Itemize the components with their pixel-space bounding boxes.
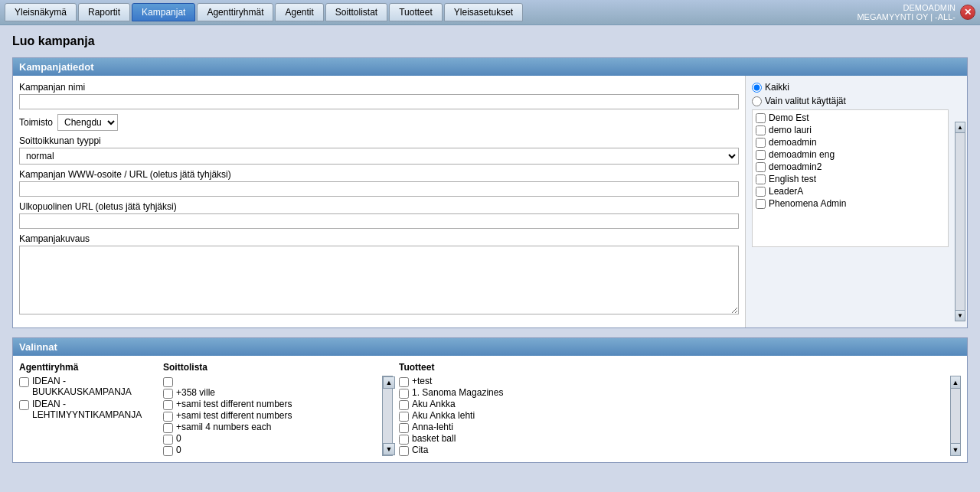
tuotteet-scroll-track [951, 389, 960, 443]
checkbox-soitto-4[interactable] [163, 423, 173, 433]
checkbox-agent-1[interactable] [19, 400, 29, 410]
toimisto-select[interactable]: Chengdu [57, 114, 118, 131]
checkbox-phenomena-admin[interactable] [756, 199, 766, 209]
tuotteet-scroll-down[interactable]: ▼ [951, 443, 960, 455]
soitto-scroll-track [383, 390, 392, 441]
tyyppi-row: Soittoikkunan tyyppi normal [19, 135, 739, 165]
agenttiryhmä-header: Agenttiryhmä [19, 362, 157, 373]
tuotteet-wrapper: +test 1. Sanoma Magazines Aku Ankka [399, 376, 961, 456]
tab-agenttiryhmät[interactable]: Agenttiryhmät [197, 3, 273, 21]
soitto-row-5: 0 [163, 433, 379, 445]
soittolista-header: Soittolista [163, 362, 393, 373]
checkbox-tuote-3[interactable] [399, 412, 409, 422]
checkbox-tuote-2[interactable] [399, 400, 409, 410]
valinnat-panel: Valinnat Agenttiryhmä IDEAN - BUUKKAUSKA… [12, 337, 968, 463]
checkbox-demo-lauri[interactable] [756, 125, 766, 135]
tab-agentit[interactable]: Agentit [275, 3, 323, 21]
nimi-label: Kampanjan nimi [19, 82, 739, 93]
user-label-demoadmin2: demoadmin2 [769, 161, 822, 172]
checkbox-english-test[interactable] [756, 174, 766, 184]
users-scroll-list[interactable]: Demo Est demo lauri demoadmin [752, 109, 949, 247]
tab-yleisasetukset[interactable]: Yleisasetukset [444, 3, 523, 21]
kuvaus-label: Kampanjakuvaus [19, 233, 739, 244]
tuotteet-scroll-up[interactable]: ▲ [951, 376, 960, 389]
soitto-label-4: +samil 4 numbers each [176, 422, 271, 432]
tab-raportit[interactable]: Raportit [78, 3, 130, 21]
tuotteet-scrollbar[interactable]: ▲ ▼ [950, 376, 961, 456]
soitto-scroll-up[interactable]: ▲ [383, 376, 395, 389]
soitto-label-5: 0 [176, 433, 181, 444]
tuote-label-5: basket ball [412, 433, 456, 444]
soitto-scroll-down[interactable]: ▼ [383, 443, 395, 455]
checkbox-tuote-1[interactable] [399, 389, 409, 399]
users-scroll-inner: Demo Est demo lauri demoadmin [753, 110, 948, 211]
checkbox-demoadmin-eng[interactable] [756, 150, 766, 160]
checkbox-tuote-0[interactable] [399, 377, 409, 387]
checkbox-demoadmin[interactable] [756, 138, 766, 148]
kampanjatiedot-panel: Kampanjatiedot Kampanjan nimi Toimisto C… [12, 57, 968, 328]
user-check-demo-est: Demo Est [756, 112, 945, 124]
soitto-label-2: +sami test different numbers [176, 399, 292, 409]
tuote-row-6: Cita [399, 445, 947, 456]
user-label-demo-est: Demo Est [769, 112, 809, 123]
user-label-demoadmin: demoadmin [769, 137, 817, 148]
scroll-track [956, 133, 965, 310]
top-navigation: Yleisnäkymä Raportit Kampanjat Agenttiry… [0, 0, 980, 25]
checkbox-soitto-3[interactable] [163, 412, 173, 422]
radio-kaikki-row: Kaikki [752, 82, 949, 93]
kuvaus-row: Kampanjakuvaus [19, 233, 739, 317]
checkbox-demoadmin2[interactable] [756, 162, 766, 172]
user-check-english-test: English test [756, 173, 945, 185]
checkbox-agent-0[interactable] [19, 377, 29, 387]
user-check-phenomena-admin: Phenomena Admin [756, 197, 945, 210]
soitto-wrapper: +358 ville +sami test different numbers … [163, 376, 393, 456]
tab-yleisnäkymä[interactable]: Yleisnäkymä [5, 3, 77, 21]
ulko-input[interactable] [19, 213, 739, 229]
ulko-label: Ulkopuolinen URL (oletus jätä tyhjäksi) [19, 201, 739, 212]
right-panel-scrollbar[interactable]: ▲ ▼ [955, 122, 965, 321]
checkbox-soitto-2[interactable] [163, 400, 173, 410]
checkbox-tuote-6[interactable] [399, 446, 409, 456]
checkbox-tuote-5[interactable] [399, 435, 409, 445]
user-check-demo-lauri: demo lauri [756, 124, 945, 136]
checkbox-tuote-4[interactable] [399, 423, 409, 433]
tuote-label-1: 1. Sanoma Magazines [412, 387, 503, 398]
soitto-row-2: +sami test different numbers [163, 399, 379, 410]
nimi-input[interactable] [19, 94, 739, 109]
tyyppi-select[interactable]: normal [19, 148, 739, 165]
checkbox-soitto-5[interactable] [163, 435, 173, 445]
radio-kaikki-label: Kaikki [765, 82, 789, 93]
agent-list: IDEAN - BUUKKAUSKAMPANJA IDEAN - LEHTIMY… [19, 376, 157, 420]
tuotteet-list: +test 1. Sanoma Magazines Aku Ankka [399, 376, 947, 456]
user-check-leadera: LeaderA [756, 185, 945, 197]
radio-vain-row: Vain valitut käyttäjät [752, 96, 949, 106]
soitto-row-1: +358 ville [163, 387, 379, 399]
radio-kaikki[interactable] [752, 83, 762, 93]
kampanja-right: Kaikki Vain valitut käyttäjät Demo Est [745, 76, 967, 327]
checkbox-soitto-1[interactable] [163, 389, 173, 399]
close-button[interactable]: ✕ [960, 5, 975, 20]
soitto-row-3: +sami test different numbers [163, 410, 379, 422]
checkbox-soitto-0[interactable] [163, 377, 173, 387]
ulko-row: Ulkopuolinen URL (oletus jätä tyhjäksi) [19, 201, 739, 229]
checkbox-demo-est[interactable] [756, 113, 766, 123]
agent-label-0: IDEAN - BUUKKAUSKAMPANJA [32, 376, 157, 397]
tuote-label-3: Aku Ankka lehti [412, 410, 475, 421]
tab-soittolistat[interactable]: Soittolistat [325, 3, 387, 21]
user-info: DEMOADMIN MEGAMYYNTI OY | -ALL- [857, 3, 956, 21]
tuote-row-3: Aku Ankka lehti [399, 410, 947, 422]
soitto-label-1: +358 ville [176, 387, 215, 398]
valinnat-body: Agenttiryhmä IDEAN - BUUKKAUSKAMPANJA ID… [13, 356, 967, 462]
scroll-down-btn[interactable]: ▼ [956, 310, 965, 321]
tab-kampanjat[interactable]: Kampanjat [132, 3, 195, 21]
scroll-up-btn[interactable]: ▲ [956, 122, 965, 133]
www-input[interactable] [19, 181, 739, 197]
radio-vain[interactable] [752, 96, 762, 106]
user-label-demo-lauri: demo lauri [769, 125, 812, 135]
kuvaus-textarea[interactable] [19, 246, 739, 314]
checkbox-soitto-6[interactable] [163, 446, 173, 456]
tab-tuotteet[interactable]: Tuotteet [389, 3, 443, 21]
soitto-scroll-buttons: ▲ ▼ [382, 376, 393, 456]
user-check-demoadmin: demoadmin [756, 136, 945, 148]
checkbox-leadera[interactable] [756, 187, 766, 197]
